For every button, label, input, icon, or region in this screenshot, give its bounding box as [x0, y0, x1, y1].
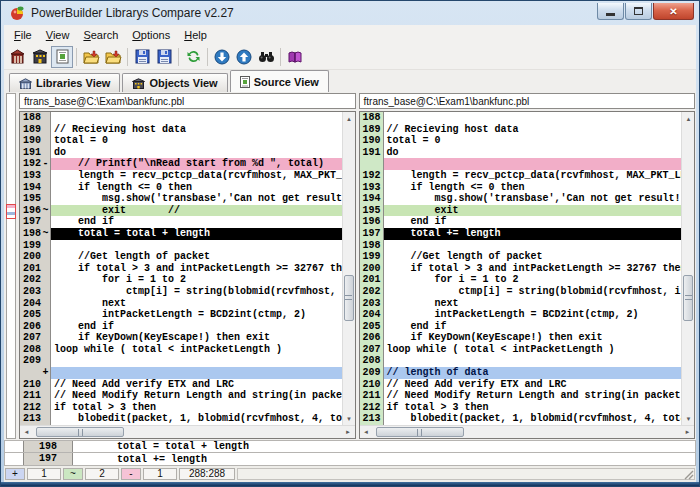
- code-line[interactable]: 193 length = recv_pctcp_data(rcvfmhost, …: [20, 170, 342, 182]
- left-vertical-scrollbar[interactable]: ▲ ▼: [342, 112, 355, 425]
- code-line[interactable]: 209// length of data: [360, 367, 682, 379]
- code-line[interactable]: 198~ total = total + length: [20, 228, 342, 240]
- code-line[interactable]: 202 for i = 1 to 2: [20, 274, 342, 286]
- code-line[interactable]: 200 if total > 3 and intPacketLength >= …: [360, 263, 682, 275]
- code-line[interactable]: 191do: [20, 147, 342, 159]
- code-line[interactable]: 207 if KeyDown(KeyEscape!) then exit: [20, 332, 342, 344]
- code-line[interactable]: +: [20, 367, 342, 379]
- code-line[interactable]: 205 intPacketLength = BCD2int(ctmp, 2): [20, 309, 342, 321]
- save-right-button[interactable]: [153, 46, 175, 68]
- code-line[interactable]: 192- // Printf("\nRead start from %d ", …: [20, 158, 342, 170]
- code-line[interactable]: 213 blobedit(packet, 1, blobmid(rcvfmhos…: [360, 413, 682, 425]
- source-view-button[interactable]: [51, 46, 73, 68]
- code-line[interactable]: 201 for i = 1 to 2: [360, 274, 682, 286]
- scroll-right-icon[interactable]: ►: [342, 426, 355, 439]
- code-line[interactable]: 194 if length <= 0 then: [20, 182, 342, 194]
- menu-search[interactable]: Search: [76, 27, 125, 43]
- code-line[interactable]: 209: [20, 355, 342, 367]
- right-horizontal-scrollbar[interactable]: ◄ ►: [360, 425, 695, 438]
- code-line[interactable]: 190total = 0: [360, 135, 682, 147]
- close-button[interactable]: ✕: [653, 3, 694, 20]
- scroll-down-icon[interactable]: ▼: [682, 412, 694, 425]
- code-line[interactable]: 212if total > 3 then: [360, 402, 682, 414]
- code-line[interactable]: 193 if length <= 0 then: [360, 182, 682, 194]
- tab-label: Objects View: [149, 77, 217, 89]
- help-button[interactable]: [284, 46, 306, 68]
- code-line[interactable]: 213 blobedit(packet, 1, blobmid(rcvfmhos…: [20, 413, 342, 425]
- code-line[interactable]: 202 ctmp[i] = string(blobmid(rcvfmhost, …: [360, 286, 682, 298]
- code-line[interactable]: 204 next: [20, 298, 342, 310]
- code-line[interactable]: 191do: [360, 147, 682, 159]
- code-line[interactable]: 208: [360, 355, 682, 367]
- code-line[interactable]: 198: [360, 240, 682, 252]
- minimize-button[interactable]: [597, 3, 624, 20]
- code-line[interactable]: 197 end if: [20, 216, 342, 228]
- scroll-left-icon[interactable]: ◄: [360, 426, 373, 439]
- code-line[interactable]: 206 if KeyDown(KeyEscape!) then exit: [360, 332, 682, 344]
- left-vscroll-thumb[interactable]: [344, 275, 354, 321]
- code-line[interactable]: 211// Need Modify Return Length and stri…: [20, 390, 342, 402]
- next-difference-button[interactable]: [211, 46, 233, 68]
- code-line[interactable]: 210// Need Add verify ETX and LRC: [20, 379, 342, 391]
- right-hscroll-thumb[interactable]: [376, 427, 464, 437]
- code-line[interactable]: 210// Need Add verify ETX and LRC: [360, 379, 682, 391]
- tab-source-view[interactable]: Source View: [230, 70, 329, 92]
- code-line[interactable]: 195 msg.show('transbase','Can not get re…: [20, 193, 342, 205]
- scroll-up-icon[interactable]: ▲: [343, 112, 355, 125]
- code-line[interactable]: 196~ exit //: [20, 205, 342, 217]
- code-line[interactable]: 195 exit: [360, 205, 682, 217]
- tab-objects-view[interactable]: Objects View: [122, 73, 227, 92]
- diff-preview-right-line[interactable]: 197 total += length: [4, 453, 696, 466]
- open-file-right-button[interactable]: [102, 46, 124, 68]
- objects-compare-button[interactable]: [29, 46, 51, 68]
- code-line[interactable]: 199: [20, 240, 342, 252]
- diff-preview-left-line[interactable]: 198 total = total + length: [4, 440, 696, 453]
- code-line[interactable]: 211// Need Modify Return Length and stri…: [360, 390, 682, 402]
- code-line[interactable]: 203 ctmp[i] = string(blobmid(rcvfmhost, …: [20, 286, 342, 298]
- code-line[interactable]: [360, 158, 682, 170]
- save-left-button[interactable]: [131, 46, 153, 68]
- right-vscroll-thumb[interactable]: [683, 275, 693, 321]
- code-line[interactable]: 190total = 0: [20, 135, 342, 147]
- code-line[interactable]: 201 if total > 3 and intPacketLength >= …: [20, 263, 342, 275]
- find-button[interactable]: [255, 46, 277, 68]
- previous-difference-button[interactable]: [233, 46, 255, 68]
- code-line[interactable]: 196 end if: [360, 216, 682, 228]
- diff-overview-strip[interactable]: [6, 93, 16, 439]
- refresh-compare-button[interactable]: [182, 46, 204, 68]
- open-file-left-button[interactable]: [80, 46, 102, 68]
- menu-options[interactable]: Options: [125, 27, 177, 43]
- scroll-right-icon[interactable]: ►: [681, 426, 694, 439]
- code-line[interactable]: 208loop while ( total < intPacketLength …: [20, 344, 342, 356]
- maximize-button[interactable]: [625, 3, 652, 20]
- menu-view[interactable]: View: [39, 27, 77, 43]
- title-bar[interactable]: PowerBuilder Librarys Compare v2.27 ✕: [4, 1, 696, 25]
- code-line[interactable]: 200 //Get length of packet: [20, 251, 342, 263]
- scroll-left-icon[interactable]: ◄: [20, 426, 33, 439]
- code-line[interactable]: 194 msg.show('transbase','Can not get re…: [360, 193, 682, 205]
- code-line[interactable]: 205 end if: [360, 321, 682, 333]
- code-line[interactable]: 188: [360, 112, 682, 124]
- scroll-up-icon[interactable]: ▲: [682, 112, 694, 125]
- code-line[interactable]: 197 total += length: [360, 228, 682, 240]
- tab-libraries-view[interactable]: Libraries View: [9, 73, 120, 92]
- code-line[interactable]: 203 next: [360, 298, 682, 310]
- code-line[interactable]: 192 length = recv_pctcp_data(rcvfmhost, …: [360, 170, 682, 182]
- code-line[interactable]: 207loop while ( total < intPacketLength …: [360, 344, 682, 356]
- left-horizontal-scrollbar[interactable]: ◄ ►: [20, 425, 355, 438]
- left-hscroll-thumb[interactable]: [36, 427, 124, 437]
- code-line[interactable]: 206 end if: [20, 321, 342, 333]
- code-line[interactable]: 189// Recieving host data: [20, 124, 342, 136]
- resize-grip-icon[interactable]: [683, 469, 694, 480]
- code-line[interactable]: 199 //Get length of packet: [360, 251, 682, 263]
- right-vertical-scrollbar[interactable]: ▲ ▼: [681, 112, 694, 425]
- code-line[interactable]: 189// Recieving host data: [360, 124, 682, 136]
- current-diff-marker[interactable]: [6, 204, 16, 219]
- libraries-compare-button[interactable]: [7, 46, 29, 68]
- menu-file[interactable]: File: [7, 27, 39, 43]
- code-line[interactable]: 188: [20, 112, 342, 124]
- code-line[interactable]: 204 intPacketLength = BCD2int(ctmp, 2): [360, 309, 682, 321]
- menu-help[interactable]: Help: [177, 27, 214, 43]
- code-line[interactable]: 212if total > 3 then: [20, 402, 342, 414]
- scroll-down-icon[interactable]: ▼: [343, 412, 355, 425]
